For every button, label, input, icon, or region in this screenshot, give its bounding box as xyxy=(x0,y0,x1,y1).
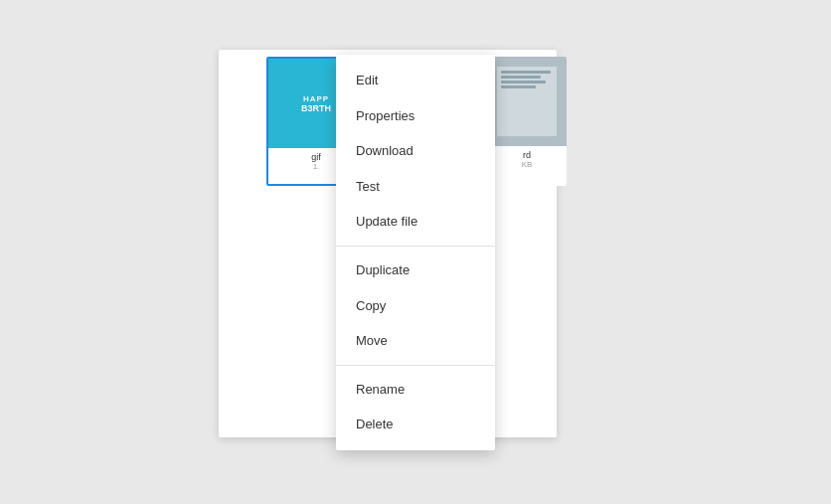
menu-item-properties[interactable]: Properties xyxy=(336,98,495,134)
menu-item-update-file[interactable]: Update file xyxy=(336,204,495,240)
menu-item-delete[interactable]: Delete xyxy=(336,407,495,442)
scene: HAPP B3RTH gif 1. rd KB Edit Properties … xyxy=(0,0,831,504)
gray-line-3 xyxy=(501,81,546,84)
gray-line-2 xyxy=(501,76,541,79)
menu-item-download[interactable]: Download xyxy=(336,133,495,169)
menu-divider-1 xyxy=(336,246,495,247)
file-thumbnail-gray xyxy=(487,57,567,146)
context-menu: Edit Properties Download Test Update fil… xyxy=(336,55,495,450)
file-size-second: KB xyxy=(487,160,567,169)
thumbnail-text-line1: HAPP xyxy=(303,94,329,103)
menu-item-edit[interactable]: Edit xyxy=(336,63,495,98)
menu-divider-2 xyxy=(336,365,495,366)
file-name-second: rd xyxy=(487,146,567,160)
gray-line-1 xyxy=(501,71,551,74)
menu-item-test[interactable]: Test xyxy=(336,169,495,205)
file-item-second[interactable]: rd KB xyxy=(487,57,567,186)
menu-item-move[interactable]: Move xyxy=(336,323,495,359)
thumbnail-text-line2: B3RTH xyxy=(301,103,331,113)
menu-item-rename[interactable]: Rename xyxy=(336,372,495,408)
gray-thumb-content xyxy=(497,67,557,136)
gray-line-4 xyxy=(501,85,536,88)
menu-item-copy[interactable]: Copy xyxy=(336,288,495,324)
menu-item-duplicate[interactable]: Duplicate xyxy=(336,252,495,288)
